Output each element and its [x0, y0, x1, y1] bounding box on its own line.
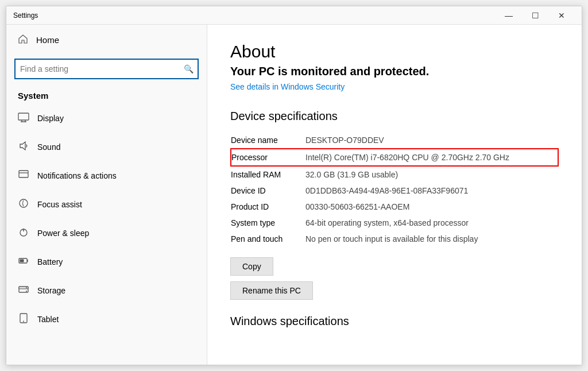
spec-label-6: Pen and touch [231, 231, 305, 247]
svg-point-19 [23, 321, 24, 322]
security-link[interactable]: See details in Windows Security [230, 82, 345, 91]
sidebar-item-tablet[interactable]: Tablet [6, 305, 207, 334]
copy-button[interactable]: Copy [230, 257, 273, 276]
svg-rect-0 [18, 113, 29, 120]
device-spec-heading: Device specifications [230, 110, 559, 123]
spec-value-1: Intel(R) Core(TM) i7-6820HQ CPU @ 2.70GH… [305, 149, 558, 166]
tablet-icon [18, 312, 29, 326]
storage-icon [18, 284, 29, 297]
sound-icon [18, 140, 29, 154]
spec-value-4: 00330-50603-66251-AAOEM [305, 199, 558, 215]
power-icon [18, 226, 29, 240]
search-icon: 🔍 [179, 64, 198, 74]
sidebar-item-focus[interactable]: Focus assist [6, 190, 207, 219]
minimize-button[interactable]: — [496, 6, 522, 25]
display-icon [18, 111, 29, 125]
spec-label-0: Device name [231, 132, 305, 149]
page-title: About [230, 42, 559, 61]
spec-label-3: Device ID [231, 183, 305, 199]
window-controls: — ☐ ✕ [496, 6, 575, 25]
svg-point-17 [26, 291, 27, 292]
home-label: Home [36, 35, 59, 45]
maximize-button[interactable]: ☐ [522, 6, 548, 25]
spec-label-2: Installed RAM [231, 166, 305, 183]
svg-rect-13 [20, 260, 24, 262]
storage-label: Storage [37, 286, 65, 295]
title-bar: Settings — ☐ ✕ [6, 6, 582, 25]
sidebar-item-storage[interactable]: Storage [6, 276, 207, 305]
sidebar: Home 🔍 System Display [6, 25, 207, 365]
battery-icon [18, 255, 29, 269]
sound-label: Sound [37, 142, 60, 152]
spec-label-1: Processor [231, 149, 305, 166]
sidebar-item-power[interactable]: Power & sleep [6, 219, 207, 248]
spec-value-3: 0D1DDB63-A494-49A8-96E1-08FA33F96071 [305, 183, 558, 199]
sidebar-item-sound[interactable]: Sound [6, 133, 207, 161]
sidebar-item-notifications[interactable]: Notifications & actions [6, 161, 207, 190]
right-panel: About Your PC is monitored and protected… [207, 25, 582, 365]
spec-value-2: 32.0 GB (31.9 GB usable) [305, 166, 558, 183]
search-box[interactable]: 🔍 [14, 59, 199, 79]
rename-pc-button[interactable]: Rename this PC [230, 281, 313, 300]
spec-value-0: DESKTOP-O79DDEV [305, 132, 558, 149]
search-input[interactable] [16, 64, 179, 74]
sidebar-item-battery[interactable]: Battery [6, 248, 207, 276]
svg-rect-5 [19, 171, 28, 177]
close-button[interactable]: ✕ [548, 6, 575, 25]
notifications-label: Notifications & actions [37, 171, 117, 180]
battery-label: Battery [37, 257, 63, 266]
focus-label: Focus assist [37, 200, 82, 209]
spec-label-4: Product ID [231, 199, 305, 215]
spec-table: Device nameDESKTOP-O79DDEVProcessorIntel… [230, 132, 559, 247]
focus-icon [18, 198, 29, 211]
main-content: Home 🔍 System Display [6, 25, 582, 365]
display-label: Display [37, 114, 64, 123]
pc-protected-text: Your PC is monitored and protected. [230, 65, 559, 78]
spec-value-6: No pen or touch input is available for t… [305, 231, 558, 247]
settings-window: Settings — ☐ ✕ Home 🔍 System [6, 6, 582, 365]
svg-point-16 [26, 287, 27, 288]
spec-value-5: 64-bit operating system, x64-based proce… [305, 215, 558, 231]
window-title: Settings [13, 11, 496, 20]
windows-spec-heading: Windows specifications [230, 315, 559, 328]
power-label: Power & sleep [37, 229, 89, 238]
notifications-icon [18, 169, 29, 183]
sidebar-item-home[interactable]: Home [6, 25, 207, 55]
sidebar-item-display[interactable]: Display [6, 104, 207, 133]
sidebar-section-label: System [6, 85, 207, 104]
spec-label-5: System type [231, 215, 305, 231]
home-icon [18, 34, 28, 46]
tablet-label: Tablet [37, 315, 59, 324]
svg-marker-4 [20, 142, 25, 150]
